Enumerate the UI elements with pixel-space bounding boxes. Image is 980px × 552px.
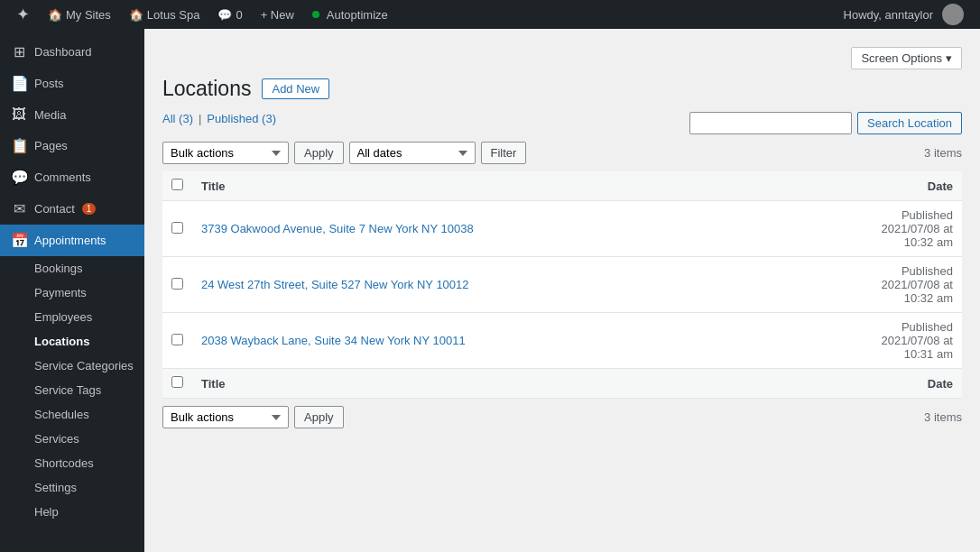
bulk-actions-select[interactable]: Bulk actions: [162, 142, 289, 164]
screen-options-bar: Screen Options ▾: [162, 47, 962, 69]
bottom-toolbar: Bulk actions Apply 3 items: [162, 406, 962, 428]
wp-logo-button[interactable]: ✦: [7, 0, 39, 29]
filter-published-count: (3): [262, 112, 276, 125]
apply-button[interactable]: Apply: [294, 142, 344, 164]
search-location-input[interactable]: [689, 112, 852, 134]
appointments-icon: 📅: [11, 232, 27, 249]
col-header-date[interactable]: Date: [836, 171, 962, 201]
filter-bar: All (3) | Published (3): [162, 112, 276, 125]
bulk-actions-select-bottom[interactable]: Bulk actions: [162, 406, 289, 428]
filter-all-link[interactable]: All (3): [162, 112, 193, 125]
row-time: 10:32 am: [845, 291, 953, 305]
submenu-label: Service Categories: [34, 359, 134, 373]
my-sites-label: My Sites: [66, 8, 111, 22]
location-title-link[interactable]: 2038 Wayback Lane, Suite 34 New York NY …: [201, 334, 466, 347]
avatar: [942, 4, 964, 25]
location-title-link[interactable]: 3739 Oakwood Avenue, Suite 7 New York NY…: [201, 222, 474, 235]
location-title-link[interactable]: 24 West 27th Street, Suite 527 New York …: [201, 278, 469, 291]
row-checkbox[interactable]: [171, 222, 183, 234]
search-location-button[interactable]: Search Location: [857, 112, 962, 134]
autoptimize-label: Autoptimize: [327, 8, 388, 22]
sidebar-item-label: Comments: [34, 170, 91, 184]
sidebar-item-label: Posts: [34, 77, 64, 90]
my-sites-icon: 🏠: [48, 8, 62, 22]
comments-icon: 💬: [11, 169, 27, 186]
site-name-menu[interactable]: 🏠 Lotus Spa: [120, 0, 209, 29]
submenu-label: Shortcodes: [34, 456, 94, 470]
comments-icon: 💬: [217, 8, 232, 22]
row-date-cell: Published 2021/07/08 at 10:31 am: [836, 313, 962, 369]
col-footer-title[interactable]: Title: [192, 369, 836, 399]
sidebar-item-media[interactable]: 🖼 Media: [0, 99, 144, 130]
select-all-checkbox-bottom[interactable]: [171, 376, 183, 388]
submenu-item-help[interactable]: Help: [0, 500, 144, 524]
sidebar-item-comments[interactable]: 💬 Comments: [0, 161, 144, 193]
row-date-cell: Published 2021/07/08 at 10:32 am: [836, 257, 962, 313]
select-all-checkbox[interactable]: [171, 179, 183, 190]
submenu-item-service-tags[interactable]: Service Tags: [0, 378, 144, 402]
screen-options-arrow-icon: ▾: [946, 51, 952, 65]
new-content-label: + New: [261, 8, 294, 22]
filter-separator: |: [199, 112, 201, 125]
row-status: Published: [901, 208, 953, 222]
col-footer-date[interactable]: Date: [836, 369, 962, 399]
page-header: Locations Add New: [162, 77, 962, 101]
filter-all-count: (3): [179, 112, 193, 125]
bulk-actions-left-bottom: Bulk actions Apply: [162, 406, 344, 428]
items-count-top: 3 items: [924, 146, 962, 160]
site-name-label: Lotus Spa: [147, 8, 200, 22]
submenu-item-schedules[interactable]: Schedules: [0, 402, 144, 427]
add-new-button[interactable]: Add New: [262, 78, 329, 99]
sidebar-item-label: Media: [34, 108, 66, 122]
submenu-item-employees[interactable]: Employees: [0, 305, 144, 329]
search-right: Search Location: [689, 112, 962, 134]
apply-button-bottom[interactable]: Apply: [294, 406, 344, 428]
items-count-bottom: 3 items: [924, 410, 962, 424]
submenu-label: Service Tags: [34, 383, 101, 397]
row-date: 2021/07/08 at: [845, 222, 953, 235]
my-sites-menu[interactable]: 🏠 My Sites: [39, 0, 120, 29]
col-header-title[interactable]: Title: [192, 171, 836, 201]
row-date-cell: Published 2021/07/08 at 10:32 am: [836, 201, 962, 257]
submenu-item-services[interactable]: Services: [0, 427, 144, 451]
filter-published-label: Published: [207, 112, 258, 125]
table-row: 2038 Wayback Lane, Suite 34 New York NY …: [162, 313, 962, 369]
table-header-row: Title Date: [162, 171, 962, 201]
autoptimize-status-icon: [312, 11, 319, 18]
sidebar-item-label: Contact: [34, 202, 75, 216]
submenu-item-shortcodes[interactable]: Shortcodes: [0, 451, 144, 475]
locations-table: Title Date 3739 Oakwood Avenue, Suite 7 …: [162, 171, 962, 399]
sidebar-item-contact[interactable]: ✉ Contact 1: [0, 193, 144, 225]
sidebar-item-posts[interactable]: 📄 Posts: [0, 68, 144, 99]
row-title-cell: 2038 Wayback Lane, Suite 34 New York NY …: [192, 313, 836, 369]
howdy-menu[interactable]: Howdy, anntaylor: [835, 0, 973, 29]
submenu-item-locations[interactable]: Locations: [0, 329, 144, 354]
submenu-item-payments[interactable]: Payments: [0, 281, 144, 305]
submenu-item-settings[interactable]: Settings: [0, 475, 144, 500]
filter-published-link[interactable]: Published (3): [207, 112, 276, 125]
submenu-label: Schedules: [34, 408, 89, 421]
row-status: Published: [901, 264, 953, 278]
sidebar-item-pages[interactable]: 📋 Pages: [0, 130, 144, 161]
col-footer-cb: [162, 369, 192, 399]
screen-options-button[interactable]: Screen Options ▾: [851, 47, 962, 69]
row-checkbox[interactable]: [171, 278, 183, 290]
autoptimize-menu[interactable]: Autoptimize: [303, 0, 397, 29]
sidebar-item-dashboard[interactable]: ⊞ Dashboard: [0, 36, 144, 68]
row-time: 10:31 am: [845, 347, 953, 361]
filter-button[interactable]: Filter: [481, 142, 527, 164]
comments-menu[interactable]: 💬 0: [208, 0, 251, 29]
date-filter-select[interactable]: All dates: [349, 142, 476, 164]
sidebar-item-appointments[interactable]: 📅 Appointments: [0, 225, 144, 256]
submenu-label: Settings: [34, 481, 77, 494]
submenu-item-service-categories[interactable]: Service Categories: [0, 354, 144, 378]
submenu-item-bookings[interactable]: Bookings: [0, 256, 144, 281]
sidebar-item-label: Appointments: [34, 234, 106, 247]
row-checkbox-cell: [162, 257, 192, 313]
filter-all-label: All: [162, 112, 175, 125]
media-icon: 🖼: [11, 106, 27, 123]
new-content-menu[interactable]: + New: [252, 0, 303, 29]
row-checkbox[interactable]: [171, 334, 183, 345]
row-title-cell: 3739 Oakwood Avenue, Suite 7 New York NY…: [192, 201, 836, 257]
dashboard-icon: ⊞: [11, 43, 27, 60]
